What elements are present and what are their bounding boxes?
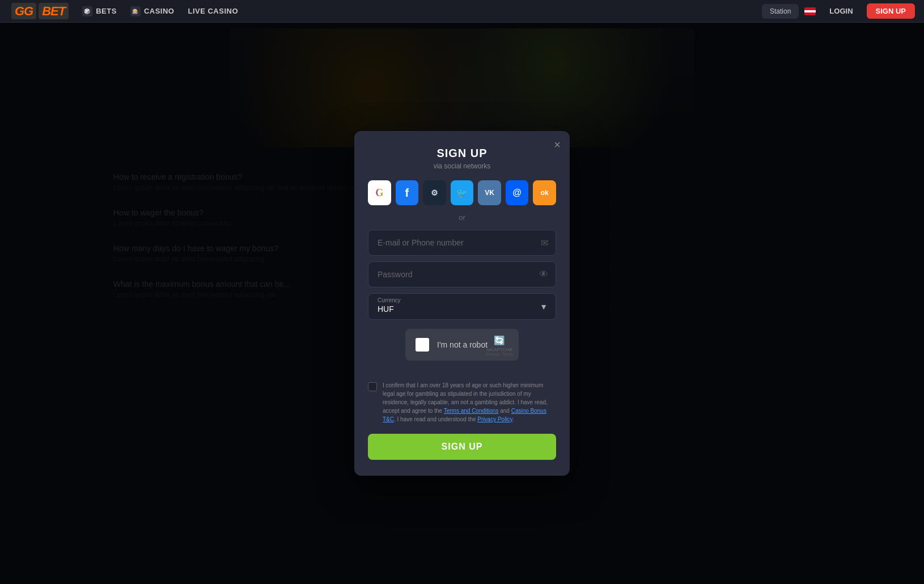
live-casino-label: LIVE CASINO (188, 7, 238, 15)
google-icon: G (375, 187, 383, 199)
terms-link-3[interactable]: Privacy Policy (477, 416, 512, 422)
facebook-icon: f (405, 187, 409, 200)
social-vk-button[interactable]: VK (478, 180, 501, 205)
captcha-container: I'm not a robot 🔄 reCAPTCHA Privacy · Te… (368, 329, 556, 371)
bets-icon: 🎲 (82, 6, 92, 16)
captcha-label: I'm not a robot (437, 340, 488, 349)
captcha-checkbox[interactable] (416, 338, 429, 352)
recaptcha-brand: reCAPTCHA (486, 347, 513, 352)
email-input-wrapper: ✉ (368, 230, 556, 256)
casino-label: CASINO (144, 7, 175, 15)
social-buttons-row: G f ⚙ 🐦 VK @ ok (368, 180, 556, 205)
modal-overlay: × SIGN UP via social networks G f ⚙ 🐦 VK… (0, 23, 924, 584)
password-eye-icon[interactable]: 👁 (539, 269, 548, 280)
header-actions: Station LOGIN SIGN UP (762, 3, 915, 19)
header-signup-button[interactable]: SIGN UP (867, 3, 915, 19)
nav-casino[interactable]: 🎰 CASINO (130, 6, 175, 16)
password-input-wrapper: 👁 (368, 261, 556, 287)
login-button[interactable]: LOGIN (821, 3, 861, 19)
social-facebook-button[interactable]: f (396, 180, 419, 205)
email-icon: ✉ (541, 238, 548, 248)
terms-end: . (512, 416, 514, 422)
currency-chevron-icon: ▼ (540, 302, 548, 311)
recaptcha-icon: 🔄 (486, 335, 513, 346)
email-input[interactable] (368, 230, 556, 256)
station-button[interactable]: Station (762, 4, 799, 19)
terms-checkbox[interactable] (368, 382, 377, 391)
terms-text: I confirm that I am over 18 years of age… (383, 381, 556, 424)
terms-row: I confirm that I am over 18 years of age… (368, 381, 556, 424)
header: GGBET 🎲 BETS 🎰 CASINO LIVE CASINO Statio… (0, 0, 924, 23)
social-mail-button[interactable]: @ (506, 180, 529, 205)
currency-selector[interactable]: Currency HUF ▼ (368, 293, 556, 320)
logo: GGBET (9, 4, 69, 19)
currency-value: HUF (378, 304, 546, 314)
social-ok-button[interactable]: ok (533, 180, 556, 205)
signup-modal: × SIGN UP via social networks G f ⚙ 🐦 VK… (354, 131, 570, 476)
mail-icon: @ (512, 188, 522, 198)
flag-icon (804, 7, 816, 15)
social-twitter-button[interactable]: 🐦 (451, 180, 474, 205)
modal-subtitle: via social networks (368, 162, 556, 170)
captcha-widget[interactable]: I'm not a robot 🔄 reCAPTCHA Privacy · Te… (405, 329, 519, 361)
steam-icon: ⚙ (431, 188, 438, 197)
nav-bets[interactable]: 🎲 BETS (82, 6, 117, 16)
captcha-privacy: Privacy · Terms (486, 352, 513, 356)
vk-icon: VK (485, 189, 494, 197)
signup-submit-button[interactable]: SIGN UP (368, 434, 556, 460)
terms-and: and (498, 408, 511, 414)
or-divider: or (368, 213, 556, 222)
modal-title: SIGN UP (368, 147, 556, 160)
password-input[interactable] (368, 261, 556, 287)
modal-close-button[interactable]: × (554, 139, 561, 150)
ok-icon: ok (541, 189, 549, 197)
social-steam-button[interactable]: ⚙ (423, 180, 446, 205)
currency-label: Currency (378, 297, 546, 303)
captcha-logo: 🔄 reCAPTCHA Privacy · Terms (486, 335, 513, 356)
casino-icon: 🎰 (130, 6, 141, 16)
bets-label: BETS (96, 7, 117, 15)
twitter-icon: 🐦 (456, 188, 468, 198)
terms-link-1[interactable]: Terms and Conditions (444, 408, 499, 414)
terms-period: . I have read and understood the (394, 416, 477, 422)
social-google-button[interactable]: G (368, 180, 391, 205)
nav-live-casino[interactable]: LIVE CASINO (188, 7, 238, 15)
